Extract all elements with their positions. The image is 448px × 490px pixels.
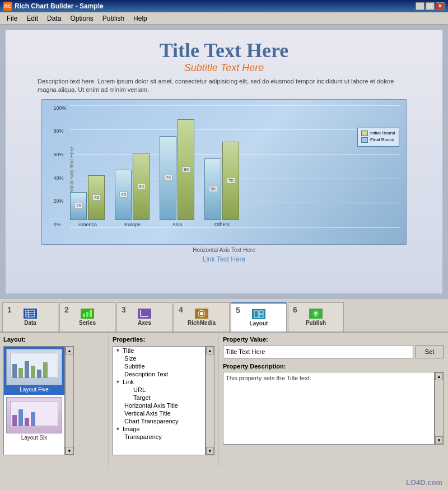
tab-axes[interactable]: 3 Axes <box>116 302 172 332</box>
legend-label-initial: Initial Round <box>370 130 395 136</box>
layout-list: Layout Five Layout Six <box>3 346 65 455</box>
desc-scroll-up[interactable]: ▲ <box>435 372 443 380</box>
bar-america-final: 25 <box>70 192 87 220</box>
tab-bar: 1 Data 2 Series 3 Axes 4 RichMedia 5 Lay… <box>0 299 448 333</box>
layout-item-six-label: Layout Six <box>21 435 48 441</box>
bar-group-europe: 45 60 Europe <box>115 153 150 227</box>
layout-item-six[interactable]: Layout Six <box>4 395 64 443</box>
desc-box: This property sets the Title text. <box>223 372 435 445</box>
prop-item-chart-trans[interactable]: Chart Transparency <box>113 417 205 425</box>
tab-richmedia[interactable]: 4 RichMedia <box>174 302 230 332</box>
menu-help[interactable]: Help <box>129 13 152 24</box>
bar-europe-final: 45 <box>115 170 132 220</box>
desc-title: Property Description: <box>223 363 444 370</box>
menu-bar: File Edit Data Options Publish Help <box>0 12 448 25</box>
prop-item-url[interactable]: URL <box>113 386 205 394</box>
svg-rect-5 <box>86 312 88 317</box>
prop-group-link[interactable]: ▼ Link <box>113 378 205 386</box>
menu-edit[interactable]: Edit <box>22 13 43 24</box>
menu-options[interactable]: Options <box>66 13 97 24</box>
prop-group-image[interactable]: ▼ Image <box>113 425 205 433</box>
chart-description: Description text here. Lorem ipsum dolor… <box>38 77 410 95</box>
tab-icon-publish <box>309 309 323 319</box>
prop-scroll-down[interactable]: ▼ <box>206 447 214 455</box>
maximize-button[interactable]: □ <box>426 2 435 10</box>
legend-label-final: Final Round <box>370 137 394 142</box>
title-bar: RC Rich Chart Builder - Sample _ □ ✕ <box>0 0 448 12</box>
bar-others-final: 55 <box>204 158 221 220</box>
window-title: Rich Chart Builder - Sample <box>15 2 416 10</box>
prop-item-v-axis[interactable]: Vertical Axis Title <box>113 409 205 417</box>
prop-item-subtitle[interactable]: Subtitle <box>113 362 205 370</box>
tab-layout-label: Layout <box>250 320 268 326</box>
minimize-button[interactable]: _ <box>416 2 424 10</box>
tab-series-label: Series <box>79 320 96 326</box>
menu-data[interactable]: Data <box>43 13 66 24</box>
menu-file[interactable]: File <box>2 13 22 24</box>
properties-panel-title: Properties: <box>113 336 214 343</box>
menu-publish[interactable]: Publish <box>98 13 129 24</box>
tab-publish-label: Publish <box>306 320 326 326</box>
layout-item-five-label: Layout Five <box>20 386 49 393</box>
desc-scroll-down[interactable]: ▼ <box>435 436 443 444</box>
tab-data-label: Data <box>24 320 36 326</box>
tab-icon-axes <box>138 309 151 319</box>
tab-publish[interactable]: 6 Publish <box>288 302 344 332</box>
value-panel: Property Value: Set Property Description… <box>218 333 448 467</box>
h-axis-label: Horizontal Axis Text Here <box>193 247 255 253</box>
prop-item-h-axis[interactable]: Horizontal Axis Title <box>113 402 205 409</box>
bars-area: 25 40 America 45 60 <box>70 105 400 227</box>
tab-icon-series <box>81 309 94 319</box>
tab-layout[interactable]: 5 Layout <box>231 302 287 332</box>
svg-rect-11 <box>254 311 258 318</box>
svg-rect-13 <box>259 315 263 318</box>
properties-scrollbar[interactable]: ▲ ▼ <box>206 346 214 455</box>
y-axis-label: Vertical Axis Text Here <box>69 147 74 197</box>
preview-area: Title Text Here Subtitle Text Here Descr… <box>0 25 448 299</box>
prop-scroll-up[interactable]: ▲ <box>206 347 214 354</box>
tab-series[interactable]: 2 Series <box>59 302 115 332</box>
tab-data[interactable]: 1 Data <box>2 302 58 332</box>
window-controls: _ □ ✕ <box>416 2 445 10</box>
layout-scrollbar[interactable]: ▲ ▼ <box>65 346 74 455</box>
chart-subtitle: Subtitle Text Here <box>184 62 264 74</box>
prop-group-title[interactable]: ▼ Title <box>113 347 205 354</box>
set-button[interactable]: Set <box>416 345 444 358</box>
layout-thumb-six <box>6 397 62 433</box>
bar-others-initial: 70 <box>222 142 239 220</box>
prop-item-size[interactable]: Size <box>113 354 205 362</box>
layout-thumb-five <box>6 349 62 385</box>
app-icon: RC <box>3 2 12 11</box>
close-button[interactable]: ✕ <box>436 2 445 10</box>
prop-item-target[interactable]: Target <box>113 394 205 402</box>
prop-title-label: Title <box>123 347 134 354</box>
chart-area: Vertical Axis Text Here 100% 80% 60% 40%… <box>41 99 406 245</box>
layout-item-five[interactable]: Layout Five <box>4 347 64 395</box>
bar-america-initial: 40 <box>88 175 105 220</box>
value-section-title: Property Value: <box>223 336 444 343</box>
chart-slide: Title Text Here Subtitle Text Here Descr… <box>6 30 442 293</box>
scroll-up-arrow[interactable]: ▲ <box>66 347 73 354</box>
prop-item-transparency[interactable]: Transparency <box>113 433 205 441</box>
link-text[interactable]: Link Text Here <box>203 255 245 263</box>
legend-color-initial <box>361 130 368 136</box>
y-axis-ticks: 100% 80% 60% 40% 20% 0% <box>53 105 66 227</box>
bar-group-others: 55 70 Others <box>204 142 239 227</box>
tab-axes-label: Axes <box>138 320 151 326</box>
tab-icon-layout <box>252 309 265 319</box>
chart-legend: Initial Round Final Round <box>357 128 399 147</box>
svg-rect-6 <box>90 310 92 317</box>
property-value-input[interactable] <box>223 345 413 358</box>
bar-europe-initial: 60 <box>133 153 150 220</box>
svg-rect-4 <box>83 314 85 317</box>
legend-color-final <box>361 137 368 143</box>
watermark: LO4D.com <box>406 478 442 487</box>
scroll-down-arrow[interactable]: ▼ <box>66 447 73 455</box>
bar-asia-initial: 90 <box>178 119 194 220</box>
layout-panel-title: Layout: <box>3 336 105 343</box>
properties-tree: ▼ Title Size Subtitle Description Text ▼… <box>113 346 206 455</box>
properties-panel: Properties: ▼ Title Size Subtitle Descri… <box>109 333 218 467</box>
prop-item-desc-text[interactable]: Description Text <box>113 370 205 378</box>
desc-scrollbar[interactable]: ▲ ▼ <box>435 372 444 445</box>
prop-link-label: Link <box>123 379 134 385</box>
